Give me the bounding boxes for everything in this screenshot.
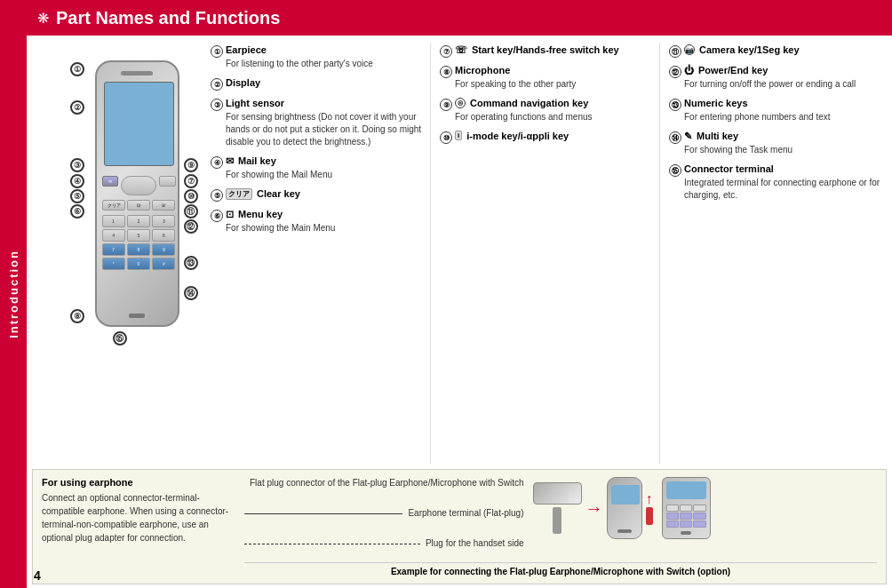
desc-numeric-keys: ⑬ Numeric keys For entering phone number… [669,98,885,123]
num-12: ⑫ [669,66,681,78]
label-flat-plug: Flat plug connector of the Flat-plug Ear… [250,477,524,489]
label-earphone-terminal: Earphone terminal (Flat-plug) [408,507,523,520]
command-nav-title: Command navigation key [470,98,588,108]
start-key-title: Start key/Hands-free switch key [472,44,619,55]
label-5: ⑤ [70,189,84,203]
desc-clear-key: ⑤ クリア Clear key [211,188,426,202]
label-6: ⑥ [70,204,84,219]
num-8: ⑧ [440,66,452,78]
label-7: ⑦ [184,174,198,188]
power-key-body: For turning on/off the power or ending a… [684,78,885,91]
num-11: ⑪ [669,45,681,58]
num-5: ⑤ [211,189,223,202]
phone-diagram: ✉ クリア ⊡ ☏ 1 [68,52,166,354]
label-4: ④ [70,174,84,188]
label-2: ② [70,100,84,115]
earpiece-body: For listening to the other party's voice [226,58,426,70]
num-1: ① [211,45,223,58]
desc-light-sensor: ③ Light sensor For sensing brightness (D… [211,98,426,148]
numeric-keys-body: For entering phone numbers and text [684,111,885,123]
page-title: Part Names and Functions [56,8,280,28]
phone-diagram-area: ✉ クリア ⊡ ☏ 1 [30,43,203,464]
earphone-caption: Example for connecting the Flat-plug Ear… [244,562,877,576]
earphone-diagram-area: Flat plug connector of the Flat-plug Ear… [244,477,877,576]
label-plug-handset: Plug for the handset side [426,537,524,550]
multi-key-title: Multi key [697,131,738,141]
diagram-visual: Flat plug connector of the Flat-plug Ear… [244,477,711,555]
clear-key-title: Clear key [257,188,300,199]
menu-key-body: For showing the Main Menu [226,222,426,234]
label-11: ⑪ [184,204,198,219]
connector-title: Connector terminal [684,163,774,174]
desc-display: ② Display [211,77,426,91]
microphone-body: For speaking to the other party [455,78,656,91]
desc-col-1: ① Earpiece For listening to the other pa… [207,43,431,464]
num-10: ⑩ [440,131,452,144]
desc-mail-key: ④ ✉ Mail key For showing the Mail Menu [211,155,426,181]
desc-col-3: ⑪ 📷 Camera key/1Seg key ⑫ ⏻ Power/End ke… [665,43,888,464]
page-header: ❋ Part Names and Functions [27,0,892,36]
num-7: ⑦ [440,45,452,58]
num-9: ⑨ [440,99,452,111]
flat-plug-visual [533,482,582,505]
menu-key-title: Menu key [238,209,283,219]
label-9: ⑨ [184,158,198,172]
mail-key-title: Mail key [238,155,276,166]
sidebar: Introduction [0,0,27,588]
light-sensor-body: For sensing brightness (Do not cover it … [226,111,426,148]
multi-key-body: For showing the Task menu [684,144,885,156]
phone-keypad-small [662,477,711,539]
connector-body: Integrated terminal for connecting earph… [684,177,885,202]
label-14: ⑭ [184,286,198,300]
sidebar-label: Introduction [7,250,20,338]
microphone-title: Microphone [455,65,510,75]
desc-connector: ⑮ Connector terminal Integrated terminal… [669,163,885,202]
label-10: ⑩ [184,189,198,203]
earphone-section: For using earphone Connect an optional c… [32,469,887,584]
desc-microphone: ⑧ Microphone For speaking to the other p… [440,65,656,91]
numeric-keys-title: Numeric keys [684,98,748,108]
display-title: Display [226,77,260,88]
desc-menu-key: ⑥ ⊡ Menu key For showing the Main Menu [211,209,426,234]
imode-title: i-mode key/i-αppli key [466,131,569,141]
desc-col-2: ⑦ ☏ Start key/Hands-free switch key ⑧ Mi… [436,43,660,464]
power-key-title: Power/End key [698,65,768,75]
label-1: ① [70,62,84,76]
mail-key-body: For showing the Mail Menu [226,169,426,181]
desc-command-nav: ⑨ ◎ Command navigation key For operating… [440,98,656,123]
main-content: ✉ クリア ⊡ ☏ 1 [27,36,892,588]
desc-camera-key: ⑪ 📷 Camera key/1Seg key [669,44,885,58]
page-number: 4 [34,568,41,583]
light-sensor-title: Light sensor [226,98,284,108]
earpiece-title: Earpiece [226,44,267,55]
arrow-icon: → [585,498,603,519]
label-13: ⑬ [184,256,198,270]
num-15: ⑮ [669,164,681,177]
num-2: ② [211,78,223,91]
num-6: ⑥ [211,210,223,222]
header-icon: ❋ [37,10,49,27]
descriptions: ① Earpiece For listening to the other pa… [207,43,888,464]
command-nav-body: For operating functions and menus [455,111,656,123]
num-3: ③ [211,99,223,111]
earphone-text-area: For using earphone Connect an optional c… [42,477,237,576]
desc-power-key: ⑫ ⏻ Power/End key For turning on/off the… [669,65,885,91]
top-section: ✉ クリア ⊡ ☏ 1 [27,36,892,467]
label-8: ⑧ [70,309,84,323]
num-4: ④ [211,156,223,169]
earphone-title: For using earphone [42,477,237,488]
desc-multi-key: ⑭ ✎ Multi key For showing the Task menu [669,131,885,156]
desc-start-key: ⑦ ☏ Start key/Hands-free switch key [440,44,656,58]
label-3: ③ [70,158,84,172]
phone-small [607,477,642,539]
label-15: ⑮ [113,331,127,346]
desc-earpiece: ① Earpiece For listening to the other pa… [211,44,426,70]
camera-key-title: Camera key/1Seg key [699,44,800,55]
num-14: ⑭ [669,131,681,144]
desc-imode: ⑩ i i-mode key/i-αppli key [440,131,656,144]
num-13: ⑬ [669,99,681,111]
label-12: ⑫ [184,219,198,234]
earphone-body: Connect an optional connector-terminal-c… [42,491,237,544]
